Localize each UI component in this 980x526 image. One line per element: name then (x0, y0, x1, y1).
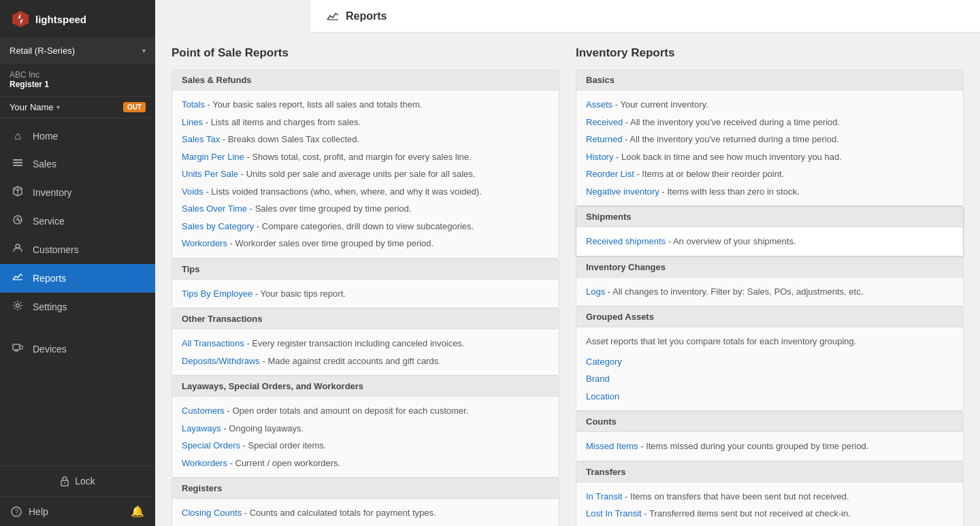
group-shipments: Shipments Received shipments - An overvi… (576, 206, 964, 257)
report-link-closing-counts[interactable]: Closing Counts (182, 508, 242, 518)
group-grouped-assets: Grouped Assets Asset reports that let yo… (576, 306, 964, 411)
report-line-all-transactions: All Transactions - Every register transa… (182, 335, 549, 352)
group-body-grouped-assets: Asset reports that let you compare total… (576, 327, 963, 410)
group-header-tips: Tips (172, 259, 559, 280)
report-line-negative-inventory: Negative inventory - Items with less tha… (586, 183, 953, 201)
report-link-negative-inventory[interactable]: Negative inventory (586, 186, 659, 197)
group-body-shipments: Received shipments - An overview of your… (576, 227, 963, 256)
report-line-reorder-list: Reorder List - Items at or below their r… (586, 165, 953, 183)
report-link-tips-by-employee[interactable]: Tips By Employee (182, 289, 252, 299)
group-body-sales-refunds: Totals - Your basic sales report, lists … (172, 91, 559, 258)
main-content: Point of Sale Reports Sales & Refunds To… (155, 0, 980, 526)
sidebar-item-sales[interactable]: Sales (0, 150, 155, 178)
group-other-transactions: Other Transactions All Transactions - Ev… (172, 308, 559, 376)
report-link-logs[interactable]: Logs (586, 286, 605, 297)
sidebar-item-customers[interactable]: Customers (0, 235, 155, 264)
report-line-closing-counts: Closing Counts - Counts and calculated t… (182, 504, 549, 522)
report-line-lines: Lines - Lists all items and charges from… (182, 114, 549, 131)
customers-icon (11, 243, 24, 257)
report-link-category[interactable]: Category (586, 357, 622, 367)
report-line-brand: Brand (586, 370, 953, 388)
report-link-location[interactable]: Location (586, 391, 619, 401)
lock-button[interactable]: Lock (0, 466, 155, 496)
report-line-margin-per-line: Margin Per Line - Shows total, cost, pro… (182, 148, 549, 166)
report-link-sales-over-time[interactable]: Sales Over Time (182, 203, 247, 214)
report-link-customers-layaway[interactable]: Customers (182, 406, 225, 416)
sidebar-item-label: Service (33, 216, 65, 227)
report-line-location: Location (586, 388, 953, 406)
report-link-missed-items[interactable]: Missed Items (586, 441, 638, 451)
group-header-shipments: Shipments (576, 207, 963, 227)
content-area: Point of Sale Reports Sales & Refunds To… (155, 33, 980, 526)
report-link-deposits-withdraws[interactable]: Deposits/Withdraws (182, 356, 260, 366)
group-body-other-transactions: All Transactions - Every register transa… (172, 329, 559, 375)
sidebar-item-reports[interactable]: Reports (0, 264, 155, 293)
svg-rect-2 (13, 159, 22, 161)
report-link-units-per-sale[interactable]: Units Per Sale (182, 169, 238, 179)
help-row[interactable]: ? Help 🔔 (0, 496, 155, 526)
report-link-all-transactions[interactable]: All Transactions (182, 338, 244, 348)
out-badge: OUT (123, 102, 146, 112)
report-link-history[interactable]: History (586, 152, 613, 162)
group-body-registers: Closing Counts - Counts and calculated t… (172, 499, 559, 526)
group-body-transfers: In Transit - Items on transfers that hav… (576, 482, 963, 527)
report-link-margin-per-line[interactable]: Margin Per Line (182, 152, 244, 162)
report-link-lines[interactable]: Lines (182, 117, 203, 127)
store-selector[interactable]: Retail (R-Series) ▾ (0, 39, 155, 63)
report-link-sales-by-category[interactable]: Sales by Category (182, 221, 254, 231)
lock-icon (60, 476, 69, 487)
sidebar-item-home[interactable]: ⌂ Home (0, 122, 155, 150)
group-body-tips: Tips By Employee - Your basic tips repor… (172, 280, 559, 308)
report-link-reorder-list[interactable]: Reorder List (586, 169, 634, 179)
sidebar-bottom: Lock ? Help 🔔 (0, 465, 155, 526)
store-selector-chevron: ▾ (142, 47, 146, 54)
report-line-received-shipments: Received shipments - An overview of your… (586, 233, 953, 250)
report-link-returned[interactable]: Returned (586, 134, 622, 144)
report-line-tips-by-employee: Tips By Employee - Your basic tips repor… (182, 285, 549, 303)
group-basics: Basics Assets - Your current inventory. … (576, 69, 964, 206)
report-link-workorders-sales[interactable]: Workorders (182, 238, 227, 248)
nav-items: ⌂ Home Sales Inventory Service Custome (0, 118, 155, 465)
report-line-category: Category (586, 353, 953, 371)
sidebar-item-label: Inventory (33, 187, 72, 198)
report-link-brand[interactable]: Brand (586, 374, 610, 384)
topbar-reports-icon (327, 10, 339, 22)
help-container: ? Help (11, 506, 48, 517)
devices-icon (11, 342, 24, 356)
dropdown-chevron: ▾ (56, 103, 60, 111)
report-line-sales-tax: Sales Tax - Breaks down Sales Tax collec… (182, 131, 549, 148)
report-line-totals: Totals - Your basic sales report, lists … (182, 96, 549, 114)
report-link-totals[interactable]: Totals (182, 99, 205, 110)
sidebar-item-service[interactable]: Service (0, 207, 155, 235)
report-link-received[interactable]: Received (586, 117, 623, 127)
user-name-row[interactable]: Your Name ▾ OUT (0, 97, 155, 118)
report-link-layaways[interactable]: Layaways (182, 423, 221, 433)
report-link-in-transit[interactable]: In Transit (586, 491, 622, 502)
svg-rect-3 (13, 162, 22, 163)
report-line-received: Received - All the inventory you've rece… (586, 114, 953, 131)
user-name-container[interactable]: Your Name ▾ (10, 102, 60, 112)
report-link-workorders-layaway[interactable]: Workorders (182, 458, 227, 468)
report-link-sales-tax[interactable]: Sales Tax (182, 134, 220, 144)
report-line-customers-layaway: Customers - Open order totals and amount… (182, 402, 549, 420)
help-label: Help (29, 506, 48, 517)
report-line-sales-over-time: Sales Over Time - Sales over time groupe… (182, 200, 549, 218)
report-line-workorders-layaway: Workorders - Current / open workorders. (182, 455, 549, 472)
inv-reports-column: Inventory Reports Basics Assets - Your c… (576, 46, 964, 526)
report-link-voids[interactable]: Voids (182, 186, 203, 197)
user-info: ABC Inc Register 1 (10, 70, 49, 89)
user-name: Your Name (10, 102, 54, 112)
report-link-special-orders[interactable]: Special Orders (182, 440, 240, 450)
report-line-sales-by-category: Sales by Category - Compare categories, … (182, 218, 549, 235)
report-line-returned: Returned - All the inventory you've retu… (586, 131, 953, 148)
report-link-assets[interactable]: Assets (586, 99, 612, 110)
report-link-received-shipments[interactable]: Received shipments (586, 236, 666, 246)
sidebar-item-devices[interactable]: Devices (0, 335, 155, 363)
notification-bell-icon[interactable]: 🔔 (131, 505, 144, 518)
sidebar-item-settings[interactable]: Settings (0, 293, 155, 321)
pos-reports-column: Point of Sale Reports Sales & Refunds To… (172, 46, 559, 526)
logo-text: lightspeed (35, 14, 86, 25)
lock-label: Lock (75, 476, 95, 487)
sidebar-item-inventory[interactable]: Inventory (0, 178, 155, 207)
report-link-lost-in-transit[interactable]: Lost In Transit (586, 508, 642, 519)
